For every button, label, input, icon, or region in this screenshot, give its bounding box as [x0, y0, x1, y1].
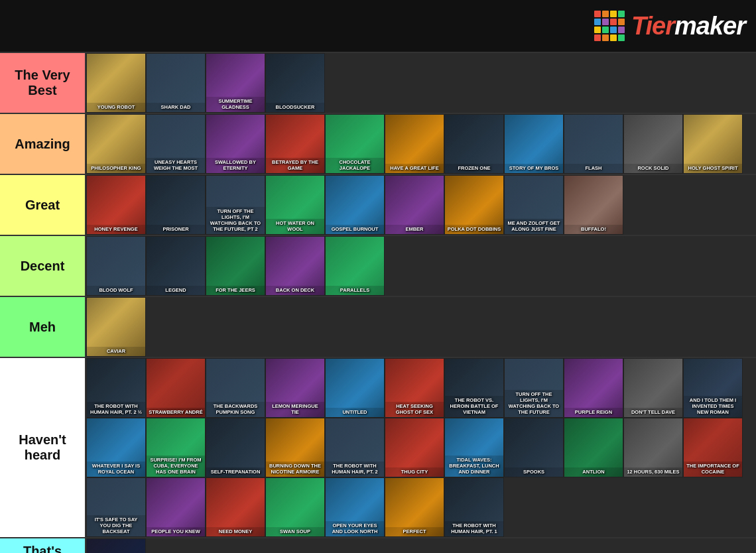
- tier-item-5-25[interactable]: Swan Soup: [265, 477, 325, 537]
- item-title-5-12: Surprise! I'm From Cuba, Everyone Has On…: [147, 456, 205, 477]
- item-title-5-5: Heat Seeking Ghost Of Sex: [385, 402, 444, 417]
- tier-item-3-0[interactable]: Blood Wolf: [86, 236, 146, 296]
- tier-item-2-4[interactable]: Gospel Burnout: [325, 175, 385, 235]
- item-title-5-24: Need Money: [206, 527, 265, 536]
- item-title-5-28: The Robot With Human Hair, Pt. 1: [445, 521, 503, 536]
- tier-item-1-6[interactable]: Frozen One: [444, 114, 504, 174]
- tier-item-5-19[interactable]: Antlion: [564, 418, 623, 477]
- item-title-5-8: Purple Reign: [564, 408, 623, 417]
- item-title-2-1: Prisoner: [147, 225, 205, 234]
- tier-item-5-8[interactable]: Purple Reign: [564, 358, 623, 418]
- tier-item-1-10[interactable]: Holy Ghost Spirit: [683, 114, 743, 174]
- tier-label-6: That's What Shane Likes: [0, 538, 85, 553]
- tier-item-5-22[interactable]: It's Safe To Say You Dig The Backseat: [86, 477, 146, 537]
- tier-item-1-1[interactable]: Uneasy Hearts Weigh The Most: [146, 114, 206, 174]
- tier-item-1-5[interactable]: Have A Great Life: [385, 114, 444, 174]
- tier-item-5-0[interactable]: The Robot With Human Hair, Pt. 2 ½: [86, 358, 146, 418]
- tier-item-0-1[interactable]: Shark Dad: [146, 53, 206, 113]
- tier-item-2-8[interactable]: Buffalo!: [564, 175, 623, 235]
- item-title-5-20: 12 Hours, 630 Miles: [624, 467, 682, 477]
- tier-item-5-26[interactable]: Open Your Eyes And Look North: [325, 477, 385, 537]
- tier-item-3-2[interactable]: For The Jeers: [206, 236, 265, 296]
- tier-item-1-4[interactable]: Chocolate Jackalope: [325, 114, 385, 174]
- tier-row-1: AmazingPhilosopher KingUneasy Hearts Wei…: [0, 114, 756, 175]
- tier-item-5-24[interactable]: Need Money: [206, 477, 265, 537]
- item-title-5-3: Lemon Meringue Tie: [266, 402, 324, 417]
- item-title-2-0: Honey Revenge: [87, 225, 145, 234]
- item-title-0-0: Young Robot: [87, 103, 145, 112]
- tier-item-3-1[interactable]: Legend: [146, 236, 206, 296]
- tier-item-1-7[interactable]: Story Of My Bros: [504, 114, 564, 174]
- tier-item-5-27[interactable]: Perfect: [385, 477, 444, 537]
- tier-item-5-10[interactable]: And I Told Them I Invented Times New Rom…: [683, 358, 743, 418]
- item-title-5-17: Tidal Waves: Breakfast, Lunch And Dinner: [445, 456, 503, 477]
- tier-item-2-5[interactable]: Ember: [385, 175, 444, 235]
- tier-item-2-0[interactable]: Honey Revenge: [86, 175, 146, 235]
- tier-item-5-23[interactable]: People You Knew: [146, 477, 206, 537]
- item-title-2-4: Gospel Burnout: [326, 225, 384, 234]
- tier-item-3-4[interactable]: Parallels: [325, 236, 385, 296]
- tier-item-6-0[interactable]: That's What I Like: [86, 538, 146, 553]
- item-title-1-3: Betrayed By The Game: [266, 158, 324, 173]
- tier-item-5-18[interactable]: Spooks: [504, 418, 564, 477]
- logo-cell-11: [618, 27, 625, 33]
- tier-item-5-13[interactable]: Self-Trepanation: [206, 418, 265, 477]
- logo-cell-4: [594, 19, 601, 25]
- item-title-5-13: Self-Trepanation: [206, 467, 265, 477]
- tier-label-3: Decent: [0, 236, 85, 296]
- tier-item-5-16[interactable]: Thug City: [385, 418, 444, 477]
- logo-cell-1: [602, 11, 609, 17]
- item-title-2-5: Ember: [385, 225, 444, 234]
- tier-item-5-15[interactable]: The Robot With Human Hair, Pt. 2: [325, 418, 385, 477]
- tier-item-1-3[interactable]: Betrayed By The Game: [265, 114, 325, 174]
- tier-item-5-1[interactable]: Strawberry André: [146, 358, 206, 418]
- item-title-2-8: Buffalo!: [564, 225, 623, 234]
- tier-item-5-4[interactable]: Untitled: [325, 358, 385, 418]
- tier-item-2-7[interactable]: Me And Zoloft Get Along Just Fine: [504, 175, 564, 235]
- tier-item-5-9[interactable]: Don't Tell Dave: [623, 358, 683, 418]
- tier-items-1: Philosopher KingUneasy Hearts Weigh The …: [85, 114, 756, 174]
- tier-item-5-28[interactable]: The Robot With Human Hair, Pt. 1: [444, 477, 504, 537]
- tier-item-5-21[interactable]: The Importance Of Cocaine: [683, 418, 743, 477]
- tier-row-2: GreatHoney RevengePrisonerTurn Off The L…: [0, 175, 756, 236]
- logo-cell-14: [610, 34, 617, 41]
- item-title-3-1: Legend: [147, 286, 205, 295]
- tier-item-3-3[interactable]: Back On Deck: [265, 236, 325, 296]
- tier-item-5-17[interactable]: Tidal Waves: Breakfast, Lunch And Dinner: [444, 418, 504, 477]
- tier-item-5-12[interactable]: Surprise! I'm From Cuba, Everyone Has On…: [146, 418, 206, 477]
- logo-cell-15: [618, 34, 625, 41]
- tier-item-5-5[interactable]: Heat Seeking Ghost Of Sex: [385, 358, 444, 418]
- tier-item-1-2[interactable]: Swallowed By Eternity: [206, 114, 265, 174]
- tier-item-1-8[interactable]: Flash: [564, 114, 623, 174]
- item-title-3-0: Blood Wolf: [87, 286, 145, 295]
- logo-cell-13: [602, 34, 609, 41]
- item-title-5-11: Whatever I Say Is Royal Ocean: [87, 461, 145, 477]
- tier-item-5-6[interactable]: The Robot Vs. Heroin Battle Of Vietnam: [444, 358, 504, 418]
- tier-item-2-2[interactable]: Turn Off The Lights, I'm Watching Back T…: [206, 175, 265, 235]
- tier-item-5-2[interactable]: The Backwards Pumpkin Song: [206, 358, 265, 418]
- tier-item-0-0[interactable]: Young Robot: [86, 53, 146, 113]
- logo-cell-5: [602, 19, 609, 25]
- tier-item-2-3[interactable]: Hot Water On Wool: [265, 175, 325, 235]
- tier-row-0: The Very BestYoung RobotShark DadSummert…: [0, 53, 756, 114]
- item-title-5-0: The Robot With Human Hair, Pt. 2 ½: [87, 402, 145, 417]
- tier-item-5-11[interactable]: Whatever I Say Is Royal Ocean: [86, 418, 146, 477]
- tier-item-4-0[interactable]: Caviar: [86, 297, 146, 357]
- tier-item-5-7[interactable]: Turn Off The Lights, I'm Watching Back T…: [504, 358, 564, 418]
- item-title-5-18: Spooks: [505, 467, 563, 477]
- item-title-5-15: The Robot With Human Hair, Pt. 2: [326, 461, 384, 477]
- tier-item-1-0[interactable]: Philosopher King: [86, 114, 146, 174]
- item-title-1-8: Flash: [564, 164, 623, 173]
- tier-item-0-3[interactable]: Bloodsucker: [265, 53, 325, 113]
- tier-item-5-20[interactable]: 12 Hours, 630 Miles: [623, 418, 683, 477]
- header: Tiermaker: [0, 0, 756, 53]
- logo-cell-8: [594, 27, 601, 33]
- tier-item-2-6[interactable]: Polka Dot Dobbins: [444, 175, 504, 235]
- tier-item-2-1[interactable]: Prisoner: [146, 175, 206, 235]
- logo-cell-6: [610, 19, 617, 25]
- tier-item-5-3[interactable]: Lemon Meringue Tie: [265, 358, 325, 418]
- tier-row-5: Haven't heardThe Robot With Human Hair, …: [0, 358, 756, 538]
- tier-item-5-14[interactable]: Burning Down The Nicotine Armoire: [265, 418, 325, 477]
- tier-item-1-9[interactable]: Rock Solid: [623, 114, 683, 174]
- tier-item-0-2[interactable]: Summertime Gladness: [206, 53, 265, 113]
